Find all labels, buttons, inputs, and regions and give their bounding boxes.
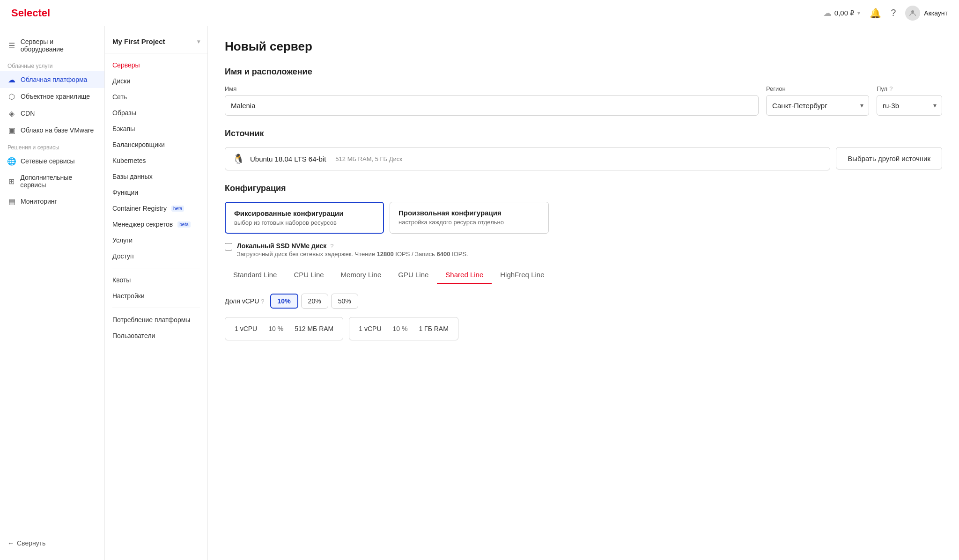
nav-item-images[interactable]: Образы [105,105,207,121]
config-cards-row: 1 vCPU 10 % 512 МБ RAM 1 vCPU 10 % 1 ГБ … [225,317,942,340]
nav-item-functions[interactable]: Функции [105,184,207,200]
nav-item-backups[interactable]: Бэкапы [105,121,207,137]
nav-item-secrets[interactable]: Менеджер секретов beta [105,216,207,232]
sidebar-item-object-storage[interactable]: ⬡ Объектное хранилище [0,88,104,105]
nav-label-access: Доступ [112,252,134,260]
logo-s: S [11,7,18,19]
name-location-title: Имя и расположение [225,67,942,77]
nav-item-platform-usage[interactable]: Потребление платформы [105,312,207,328]
sidebar-item-vmware[interactable]: ▣ Облако на базе VMware [0,122,104,139]
cdn-icon: ◈ [7,109,16,118]
balance-dropdown-icon[interactable]: ▾ [857,10,860,16]
sidebar-left: ☰ Серверы и оборудование Облачные услуги… [0,26,105,560]
nav-item-disks[interactable]: Диски [105,73,207,89]
nav-label-images: Образы [112,109,136,117]
tab-gpu[interactable]: GPU Line [390,266,437,284]
name-label: Имя [225,85,759,92]
tab-highfreq[interactable]: HighFreq Line [492,266,553,284]
sidebar-item-servers[interactable]: ☰ Серверы и оборудование [0,34,104,57]
config-card-0[interactable]: 1 vCPU 10 % 512 МБ RAM [225,317,343,340]
ssd-help-icon[interactable]: ? [330,243,333,250]
nav-label-databases: Базы данных [112,173,153,180]
pool-help-icon[interactable]: ? [889,85,893,92]
vcpu-btn-50[interactable]: 50% [331,294,358,309]
container-registry-badge: beta [171,206,184,212]
tab-shared[interactable]: Shared Line [437,266,492,284]
nav-item-quotas[interactable]: Квоты [105,272,207,288]
config-custom-title: Произвольная конфигурация [398,209,540,217]
tab-standard[interactable]: Standard Line [225,266,285,284]
nav-label-kubernetes: Kubernetes [112,157,146,164]
logo-rest: electel [18,7,51,19]
local-ssd-checkbox[interactable] [225,243,232,251]
servers-icon: ☰ [7,41,16,50]
config-custom-card[interactable]: Произвольная конфигурация настройка кажд… [390,202,549,234]
nav-item-access[interactable]: Доступ [105,248,207,264]
config-card-1-details: 1 vCPU 10 % 1 ГБ RAM [359,325,449,332]
sidebar-item-monitoring[interactable]: ▤ Мониторинг [0,193,104,210]
source-meta: 512 МБ RAM, 5 ГБ Диск [335,155,402,162]
vcpu-help-icon[interactable]: ? [261,298,264,305]
nav-item-balancers[interactable]: Балансировщики [105,137,207,153]
config-title: Конфигурация [225,184,942,193]
nav-label-container-registry: Container Registry [112,205,167,212]
sidebar-label-cloud-platform: Облачная платформа [21,76,87,83]
config-fixed-title: Фиксированные конфигурации [234,209,375,217]
nav-label-users: Пользователи [112,332,155,339]
region-select-wrapper: Санкт-Петербург [766,95,869,116]
local-ssd-row: Локальный SSD NVMe диск ? Загрузочный ди… [225,242,942,258]
vcpu-btn-20[interactable]: 20% [301,294,328,309]
solutions-label: Решения и сервисы [0,139,104,153]
card1-percent: 10 % [393,325,408,332]
nav-item-services[interactable]: Услуги [105,232,207,248]
region-select[interactable]: Санкт-Петербург [766,95,869,116]
nav-item-kubernetes[interactable]: Kubernetes [105,153,207,169]
project-name: My First Project [112,37,165,45]
header-right: ☁ 0,00 ₽ ▾ 🔔 ? Аккаунт [823,6,948,21]
collapse-button[interactable]: ← Свернуть [0,534,104,553]
vcpu-btn-10[interactable]: 10% [270,294,298,309]
account-area[interactable]: Аккаунт [905,6,948,21]
collapse-label: Свернуть [17,539,45,547]
vmware-icon: ▣ [7,126,16,134]
tab-cpu[interactable]: CPU Line [285,266,332,284]
ubuntu-icon: 🐧 [233,153,244,164]
sidebar-item-network-services[interactable]: 🌐 Сетевые сервисы [0,153,104,169]
nav-item-container-registry[interactable]: Container Registry beta [105,200,207,216]
nav-label-secrets: Менеджер секретов [112,221,173,228]
config-card-1[interactable]: 1 vCPU 10 % 1 ГБ RAM [349,317,458,340]
project-dropdown-icon: ▾ [197,38,200,45]
local-ssd-desc: Загрузочный диск без сетевых задержек. Ч… [237,251,468,258]
balance-area[interactable]: ☁ 0,00 ₽ ▾ [823,8,860,18]
sidebar-second: My First Project ▾ Серверы Диски Сеть Об… [105,26,208,560]
nav-item-settings[interactable]: Настройки [105,288,207,304]
logo[interactable]: Selectel [11,7,50,19]
choose-source-button[interactable]: Выбрать другой источник [836,147,942,169]
nav-item-databases[interactable]: Базы данных [105,169,207,184]
project-selector[interactable]: My First Project ▾ [105,34,207,53]
cloud-services-label: Облачные услуги [0,57,104,71]
vcpu-options: 10% 20% 50% [270,294,358,309]
config-options: Фиксированные конфигурации выбор из гото… [225,202,942,234]
sidebar-item-extra-services[interactable]: ⊞ Дополнительные сервисы [0,169,104,193]
card1-vcpu: 1 vCPU [359,325,381,332]
nav-item-users[interactable]: Пользователи [105,328,207,344]
pool-select[interactable]: ru-3b [877,95,942,116]
help-icon[interactable]: ? [891,7,896,18]
nav-item-servers[interactable]: Серверы [105,57,207,73]
header: Selectel ☁ 0,00 ₽ ▾ 🔔 ? Аккаунт [0,0,959,26]
nav-label-servers: Серверы [112,61,140,69]
sidebar-item-cloud-platform[interactable]: ☁ Облачная платформа [0,71,104,88]
sidebar-label-network: Сетевые сервисы [21,157,75,165]
nav-item-network[interactable]: Сеть [105,89,207,105]
tab-memory[interactable]: Memory Line [332,266,390,284]
name-input[interactable] [225,95,759,116]
config-fixed-card[interactable]: Фиксированные конфигурации выбор из гото… [225,202,384,234]
sidebar-item-cdn[interactable]: ◈ CDN [0,105,104,122]
sidebar-label-object-storage: Объектное хранилище [21,93,90,100]
nav-divider-2 [112,308,200,308]
nav-label-disks: Диски [112,77,130,85]
object-storage-icon: ⬡ [7,92,16,101]
nav-label-services: Услуги [112,236,133,244]
notifications-icon[interactable]: 🔔 [870,7,881,19]
